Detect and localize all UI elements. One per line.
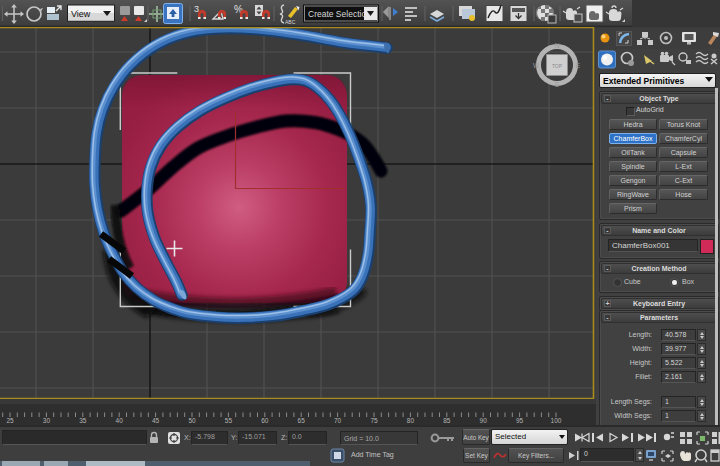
svg-text:ABC: ABC [285, 19, 296, 25]
svg-text:25: 25 [6, 417, 14, 424]
svg-text:3: 3 [194, 4, 199, 14]
svg-text:Create Selection: Create Selection [308, 9, 371, 19]
svg-text:30: 30 [43, 417, 51, 424]
svg-text:95: 95 [516, 417, 524, 424]
svg-text:50: 50 [188, 417, 196, 424]
svg-text:75: 75 [370, 417, 378, 424]
svg-text:55: 55 [225, 417, 233, 424]
svg-text:N: N [555, 42, 560, 49]
svg-text:100: 100 [551, 417, 562, 424]
svg-text:W: W [533, 62, 540, 69]
svg-text:40: 40 [116, 417, 124, 424]
svg-text:70: 70 [334, 417, 342, 424]
svg-text:90: 90 [480, 417, 488, 424]
svg-text:S: S [555, 81, 560, 88]
svg-text:85: 85 [443, 417, 451, 424]
svg-text:E: E [576, 62, 581, 69]
svg-text:35: 35 [79, 417, 87, 424]
svg-text:View: View [71, 9, 91, 19]
svg-text:80: 80 [407, 417, 415, 424]
svg-text:65: 65 [298, 417, 306, 424]
svg-text:TOP: TOP [552, 63, 563, 69]
svg-text:45: 45 [152, 417, 160, 424]
svg-text:60: 60 [261, 417, 269, 424]
